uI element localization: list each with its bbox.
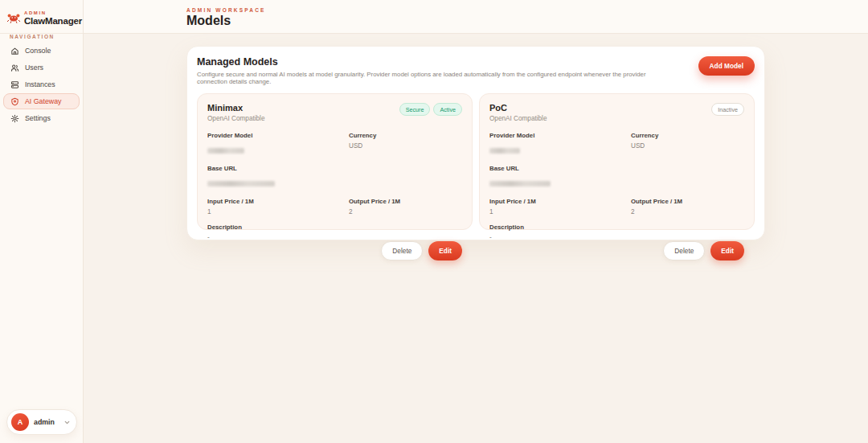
- sidebar-item-instances[interactable]: Instances: [3, 76, 80, 92]
- section-description: Configure secure and normal AI models at…: [197, 71, 647, 85]
- delete-button[interactable]: Delete: [663, 241, 705, 260]
- avatar: A: [11, 413, 29, 431]
- status-badge-active: Active: [433, 103, 462, 116]
- sidebar-item-label: Instances: [25, 80, 55, 88]
- card-actions: Delete Edit: [489, 241, 744, 260]
- field-input-price: Input Price / 1M 1: [207, 198, 349, 215]
- redacted-value: [207, 148, 244, 154]
- model-fields: Provider Model Currency USD Base URL Inp…: [207, 132, 462, 241]
- model-name: PoC: [489, 103, 547, 113]
- home-icon: [10, 47, 19, 55]
- field-description: Description -: [489, 224, 631, 241]
- sidebar: ADMIN ClawManager NAVIGATION Console Use…: [0, 0, 84, 443]
- crab-icon: [6, 10, 21, 25]
- redacted-value: [489, 148, 520, 154]
- panel-header: Managed Models Configure secure and norm…: [197, 56, 755, 85]
- card-header: PoC OpenAI Compatible Inactive: [489, 103, 744, 122]
- field-currency: Currency USD: [631, 132, 744, 157]
- sidebar-item-label: Console: [25, 47, 51, 55]
- sidebar-item-users[interactable]: Users: [3, 59, 80, 76]
- field-base-url: Base URL: [207, 165, 462, 190]
- model-fields: Provider Model Currency USD Base URL Inp…: [489, 132, 744, 241]
- status-badge-inactive: Inactive: [711, 103, 744, 116]
- field-output-price: Output Price / 1M 2: [631, 198, 744, 215]
- sidebar-item-label: AI Gateway: [25, 97, 61, 105]
- status-badge-secure: Secure: [399, 103, 431, 116]
- user-name: admin: [34, 418, 63, 426]
- card-actions: Delete Edit: [207, 241, 462, 260]
- field-description: Description -: [207, 224, 349, 241]
- field-currency: Currency USD: [349, 132, 462, 157]
- users-icon: [10, 64, 19, 72]
- delete-button[interactable]: Delete: [381, 241, 423, 260]
- server-icon: [10, 80, 19, 89]
- model-provider-type: OpenAI Compatible: [489, 115, 547, 122]
- field-provider-model: Provider Model: [207, 132, 349, 157]
- brand-name: ClawManager: [24, 16, 82, 26]
- field-provider-model: Provider Model: [489, 132, 631, 157]
- managed-models-panel: Managed Models Configure secure and norm…: [186, 46, 765, 240]
- section-title: Managed Models: [197, 56, 647, 68]
- model-provider-type: OpenAI Compatible: [207, 115, 264, 122]
- badges: Secure Active: [399, 103, 462, 116]
- workspace-eyebrow: ADMIN WORKSPACE: [186, 7, 266, 13]
- topbar: ADMIN WORKSPACE Models: [84, 0, 868, 34]
- model-card-poc: PoC OpenAI Compatible Inactive Provider …: [479, 93, 755, 230]
- field-input-price: Input Price / 1M 1: [489, 198, 631, 215]
- model-card-minimax: Minimax OpenAI Compatible Secure Active …: [197, 93, 473, 230]
- card-header: Minimax OpenAI Compatible Secure Active: [207, 103, 462, 122]
- sidebar-nav: Console Users Instances AI Gateway Setti…: [3, 43, 80, 127]
- sidebar-item-label: Users: [25, 64, 43, 72]
- brand: ADMIN ClawManager: [0, 0, 83, 34]
- sidebar-item-ai-gateway[interactable]: AI Gateway: [3, 93, 80, 109]
- page-title: Models: [186, 14, 231, 28]
- model-cards: Minimax OpenAI Compatible Secure Active …: [197, 93, 755, 230]
- main-content: Managed Models Configure secure and norm…: [84, 34, 868, 443]
- user-menu[interactable]: A admin: [6, 409, 77, 435]
- add-model-button[interactable]: Add Model: [698, 56, 755, 76]
- edit-button[interactable]: Edit: [428, 241, 462, 260]
- edit-button[interactable]: Edit: [710, 241, 744, 260]
- shield-icon: [10, 97, 19, 106]
- sidebar-item-settings[interactable]: Settings: [3, 110, 80, 126]
- redacted-value: [207, 181, 275, 187]
- field-base-url: Base URL: [489, 165, 744, 190]
- nav-section-label: NAVIGATION: [10, 34, 55, 39]
- field-output-price: Output Price / 1M 2: [349, 198, 462, 215]
- badges: Inactive: [711, 103, 744, 116]
- model-name: Minimax: [207, 103, 264, 113]
- panel-header-text: Managed Models Configure secure and norm…: [197, 56, 647, 85]
- brand-admin-label: ADMIN: [24, 10, 47, 15]
- sidebar-item-label: Settings: [25, 114, 51, 122]
- chevron-down-icon: [63, 419, 71, 426]
- gear-icon: [10, 114, 19, 123]
- sidebar-item-console[interactable]: Console: [3, 43, 80, 59]
- redacted-value: [489, 181, 551, 187]
